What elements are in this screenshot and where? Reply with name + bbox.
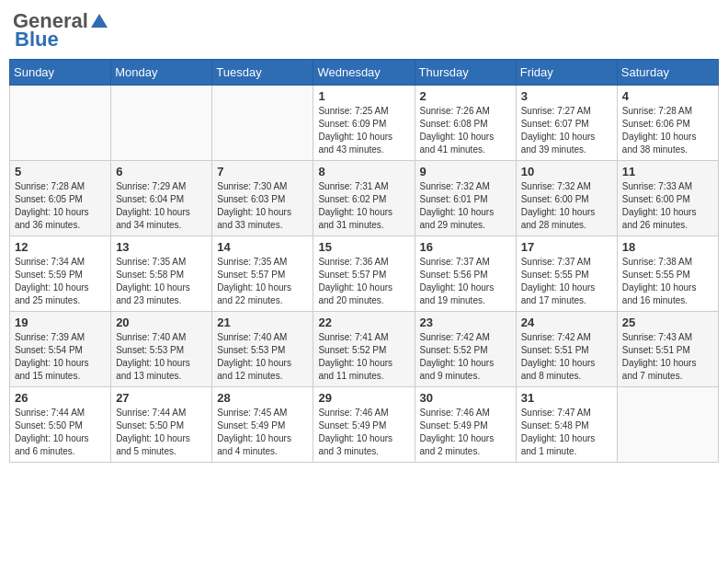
week-row-3: 12Sunrise: 7:34 AM Sunset: 5:59 PM Dayli… <box>10 236 719 312</box>
day-number: 18 <box>622 240 713 254</box>
day-number: 31 <box>521 391 612 405</box>
day-number: 12 <box>15 240 106 254</box>
day-info: Sunrise: 7:38 AM Sunset: 5:55 PM Dayligh… <box>622 256 713 307</box>
calendar-cell: 28Sunrise: 7:45 AM Sunset: 5:49 PM Dayli… <box>212 387 313 463</box>
calendar-cell: 10Sunrise: 7:32 AM Sunset: 6:00 PM Dayli… <box>516 161 617 236</box>
day-info: Sunrise: 7:46 AM Sunset: 5:49 PM Dayligh… <box>318 407 409 458</box>
calendar-cell: 24Sunrise: 7:42 AM Sunset: 5:51 PM Dayli… <box>516 312 617 387</box>
day-number: 4 <box>622 89 713 103</box>
day-number: 23 <box>420 316 511 329</box>
day-number: 20 <box>116 316 207 329</box>
day-number: 1 <box>318 89 409 103</box>
day-info: Sunrise: 7:25 AM Sunset: 6:09 PM Dayligh… <box>318 105 409 156</box>
day-info: Sunrise: 7:27 AM Sunset: 6:07 PM Dayligh… <box>521 105 612 156</box>
day-info: Sunrise: 7:37 AM Sunset: 5:56 PM Dayligh… <box>420 256 511 307</box>
day-info: Sunrise: 7:40 AM Sunset: 5:53 PM Dayligh… <box>217 331 308 383</box>
day-number: 22 <box>318 316 409 329</box>
day-info: Sunrise: 7:29 AM Sunset: 6:04 PM Dayligh… <box>116 180 207 232</box>
day-header-wednesday: Wednesday <box>313 60 415 86</box>
day-info: Sunrise: 7:26 AM Sunset: 6:08 PM Dayligh… <box>420 105 511 156</box>
svg-marker-0 <box>91 14 108 28</box>
day-number: 16 <box>420 240 511 254</box>
calendar-cell: 29Sunrise: 7:46 AM Sunset: 5:49 PM Dayli… <box>313 387 415 463</box>
calendar-table: SundayMondayTuesdayWednesdayThursdayFrid… <box>9 59 719 463</box>
calendar-cell: 2Sunrise: 7:26 AM Sunset: 6:08 PM Daylig… <box>415 86 516 161</box>
week-row-5: 26Sunrise: 7:44 AM Sunset: 5:50 PM Dayli… <box>10 387 719 463</box>
day-number: 30 <box>420 391 511 405</box>
day-info: Sunrise: 7:37 AM Sunset: 5:55 PM Dayligh… <box>521 256 612 307</box>
day-header-thursday: Thursday <box>415 60 516 86</box>
day-info: Sunrise: 7:35 AM Sunset: 5:58 PM Dayligh… <box>116 256 207 307</box>
day-info: Sunrise: 7:42 AM Sunset: 5:51 PM Dayligh… <box>521 331 612 383</box>
day-info: Sunrise: 7:32 AM Sunset: 6:01 PM Dayligh… <box>420 180 511 232</box>
calendar-cell: 11Sunrise: 7:33 AM Sunset: 6:00 PM Dayli… <box>617 161 718 236</box>
calendar-cell: 13Sunrise: 7:35 AM Sunset: 5:58 PM Dayli… <box>111 236 212 312</box>
day-number: 2 <box>420 89 511 103</box>
header: General Blue <box>9 9 719 52</box>
calendar-cell: 8Sunrise: 7:31 AM Sunset: 6:02 PM Daylig… <box>313 161 415 236</box>
day-info: Sunrise: 7:44 AM Sunset: 5:50 PM Dayligh… <box>15 407 106 458</box>
calendar-cell <box>617 387 718 463</box>
day-header-saturday: Saturday <box>617 60 718 86</box>
day-number: 28 <box>217 391 308 405</box>
day-info: Sunrise: 7:41 AM Sunset: 5:52 PM Dayligh… <box>318 331 409 383</box>
logo-blue-text: Blue <box>13 28 59 52</box>
day-number: 6 <box>116 165 207 178</box>
day-number: 8 <box>318 165 409 178</box>
calendar-cell <box>212 86 313 161</box>
week-row-2: 5Sunrise: 7:28 AM Sunset: 6:05 PM Daylig… <box>10 161 719 236</box>
day-header-sunday: Sunday <box>10 60 111 86</box>
day-number: 27 <box>116 391 207 405</box>
day-info: Sunrise: 7:28 AM Sunset: 6:05 PM Dayligh… <box>15 180 106 232</box>
day-info: Sunrise: 7:35 AM Sunset: 5:57 PM Dayligh… <box>217 256 308 307</box>
day-info: Sunrise: 7:32 AM Sunset: 6:00 PM Dayligh… <box>521 180 612 232</box>
calendar-cell <box>111 86 212 161</box>
calendar-cell: 26Sunrise: 7:44 AM Sunset: 5:50 PM Dayli… <box>10 387 111 463</box>
calendar-cell: 9Sunrise: 7:32 AM Sunset: 6:01 PM Daylig… <box>415 161 516 236</box>
day-info: Sunrise: 7:45 AM Sunset: 5:49 PM Dayligh… <box>217 407 308 458</box>
day-info: Sunrise: 7:28 AM Sunset: 6:06 PM Dayligh… <box>622 105 713 156</box>
logo: General Blue <box>13 9 110 52</box>
day-info: Sunrise: 7:39 AM Sunset: 5:54 PM Dayligh… <box>15 331 106 383</box>
calendar-cell: 21Sunrise: 7:40 AM Sunset: 5:53 PM Dayli… <box>212 312 313 387</box>
calendar-cell: 30Sunrise: 7:46 AM Sunset: 5:49 PM Dayli… <box>415 387 516 463</box>
calendar-cell: 23Sunrise: 7:42 AM Sunset: 5:52 PM Dayli… <box>415 312 516 387</box>
day-info: Sunrise: 7:46 AM Sunset: 5:49 PM Dayligh… <box>420 407 511 458</box>
calendar-cell: 16Sunrise: 7:37 AM Sunset: 5:56 PM Dayli… <box>415 236 516 312</box>
day-number: 25 <box>622 316 713 329</box>
day-number: 7 <box>217 165 308 178</box>
calendar-cell: 14Sunrise: 7:35 AM Sunset: 5:57 PM Dayli… <box>212 236 313 312</box>
logo-icon <box>89 11 109 31</box>
day-number: 26 <box>15 391 106 405</box>
calendar-cell: 18Sunrise: 7:38 AM Sunset: 5:55 PM Dayli… <box>617 236 718 312</box>
day-header-monday: Monday <box>111 60 212 86</box>
day-number: 24 <box>521 316 612 329</box>
calendar-cell: 17Sunrise: 7:37 AM Sunset: 5:55 PM Dayli… <box>516 236 617 312</box>
day-info: Sunrise: 7:30 AM Sunset: 6:03 PM Dayligh… <box>217 180 308 232</box>
day-header-tuesday: Tuesday <box>212 60 313 86</box>
day-number: 14 <box>217 240 308 254</box>
day-info: Sunrise: 7:47 AM Sunset: 5:48 PM Dayligh… <box>521 407 612 458</box>
calendar-header-row: SundayMondayTuesdayWednesdayThursdayFrid… <box>10 60 719 86</box>
calendar-cell: 7Sunrise: 7:30 AM Sunset: 6:03 PM Daylig… <box>212 161 313 236</box>
day-number: 9 <box>420 165 511 178</box>
day-number: 11 <box>622 165 713 178</box>
day-info: Sunrise: 7:33 AM Sunset: 6:00 PM Dayligh… <box>622 180 713 232</box>
calendar-cell: 27Sunrise: 7:44 AM Sunset: 5:50 PM Dayli… <box>111 387 212 463</box>
day-info: Sunrise: 7:43 AM Sunset: 5:51 PM Dayligh… <box>622 331 713 383</box>
calendar-cell: 1Sunrise: 7:25 AM Sunset: 6:09 PM Daylig… <box>313 86 415 161</box>
day-number: 13 <box>116 240 207 254</box>
day-info: Sunrise: 7:36 AM Sunset: 5:57 PM Dayligh… <box>318 256 409 307</box>
day-number: 19 <box>15 316 106 329</box>
day-number: 5 <box>15 165 106 178</box>
day-info: Sunrise: 7:31 AM Sunset: 6:02 PM Dayligh… <box>318 180 409 232</box>
calendar-cell: 15Sunrise: 7:36 AM Sunset: 5:57 PM Dayli… <box>313 236 415 312</box>
calendar-cell: 4Sunrise: 7:28 AM Sunset: 6:06 PM Daylig… <box>617 86 718 161</box>
calendar-cell: 19Sunrise: 7:39 AM Sunset: 5:54 PM Dayli… <box>10 312 111 387</box>
day-number: 17 <box>521 240 612 254</box>
day-info: Sunrise: 7:34 AM Sunset: 5:59 PM Dayligh… <box>15 256 106 307</box>
calendar-cell: 5Sunrise: 7:28 AM Sunset: 6:05 PM Daylig… <box>10 161 111 236</box>
day-info: Sunrise: 7:44 AM Sunset: 5:50 PM Dayligh… <box>116 407 207 458</box>
calendar-cell <box>10 86 111 161</box>
calendar-cell: 3Sunrise: 7:27 AM Sunset: 6:07 PM Daylig… <box>516 86 617 161</box>
